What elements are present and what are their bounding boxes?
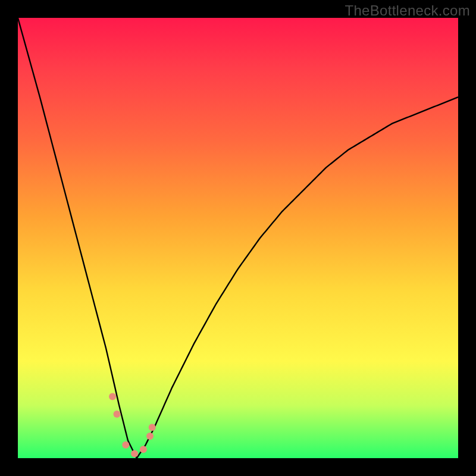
curve-marker (114, 411, 121, 418)
watermark-label: TheBottleneck.com (345, 2, 470, 19)
curve-marker (149, 424, 156, 431)
curve-marker (109, 393, 116, 400)
curve-marker (146, 433, 154, 440)
plot-area (18, 18, 458, 458)
curve-marker (122, 441, 129, 449)
curve-path (18, 18, 458, 458)
chart-frame: TheBottleneck.com (0, 0, 476, 476)
marker-group (109, 393, 156, 457)
curve-marker (131, 450, 138, 458)
bottleneck-curve-svg (18, 18, 458, 458)
curve-marker (140, 446, 147, 453)
